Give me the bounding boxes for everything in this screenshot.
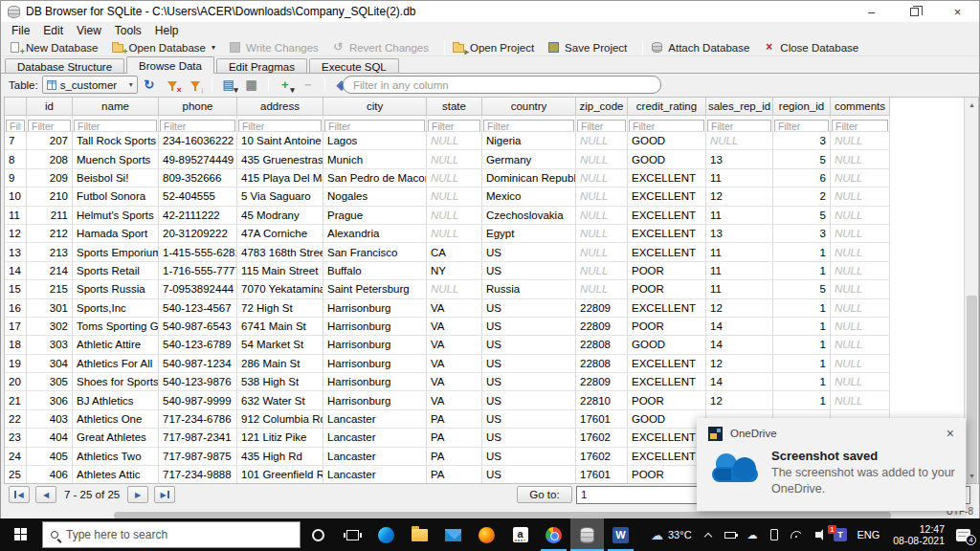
cell-phone[interactable]: 540-123-6789 bbox=[159, 336, 237, 354]
cell-id[interactable]: 209 bbox=[27, 169, 73, 187]
close-button[interactable]: × bbox=[936, 1, 979, 22]
first-page-button[interactable]: ◀ bbox=[9, 486, 30, 503]
cell-state[interactable]: NULL bbox=[427, 207, 482, 225]
cell-sales_rep_id[interactable]: 12 bbox=[706, 355, 773, 373]
filter-input-id[interactable] bbox=[28, 120, 71, 132]
print-icon[interactable]: ▦ bbox=[244, 77, 259, 93]
cell-sales_rep_id[interactable]: 12 bbox=[706, 299, 773, 318]
cell-id[interactable]: 306 bbox=[27, 391, 73, 409]
column-header-phone[interactable]: phone bbox=[159, 98, 237, 116]
action-center-button[interactable]: 4 bbox=[956, 529, 970, 541]
cell-city[interactable]: Harrisonburg bbox=[323, 318, 427, 336]
cell-phone[interactable]: 717-234-9888 bbox=[159, 466, 237, 483]
cell-city[interactable]: Harrisonburg bbox=[323, 391, 427, 409]
cell-region_id[interactable]: 1 bbox=[773, 299, 831, 318]
cell-zip_code[interactable]: 22808 bbox=[576, 355, 628, 373]
cell-region_id[interactable]: 1 bbox=[773, 318, 831, 336]
table-row[interactable]: 15215Sports Russia7-09538924447070 Yekat… bbox=[5, 280, 964, 298]
restore-button[interactable] bbox=[893, 1, 936, 22]
cell-state[interactable]: VA bbox=[427, 318, 482, 336]
minimize-button[interactable]: – bbox=[850, 1, 893, 22]
cell-name[interactable]: Beisbol Si! bbox=[73, 169, 159, 187]
cell-region_id[interactable]: 1 bbox=[773, 243, 831, 261]
cell-region_id[interactable]: 2 bbox=[773, 187, 831, 206]
cell-zip_code[interactable]: NULL bbox=[576, 262, 628, 280]
cell-zip_code[interactable]: NULL bbox=[576, 207, 628, 225]
tab-execute-sql[interactable]: Execute SQL bbox=[309, 58, 399, 74]
table-row[interactable]: 18303Athletic Attire540-123-678954 Marke… bbox=[5, 336, 964, 354]
save-project-button[interactable]: Save Project bbox=[547, 41, 627, 54]
cell-name[interactable]: Sports Retail bbox=[73, 262, 159, 280]
open-database-button[interactable]: +Open Database▾ bbox=[111, 41, 215, 54]
cell-name[interactable]: Athletic Attire bbox=[73, 336, 159, 354]
table-row[interactable]: 16301Sports,Inc540-123-456772 High StHar… bbox=[5, 299, 964, 318]
cell-state[interactable]: VA bbox=[427, 391, 482, 409]
refresh-icon[interactable]: ↻ bbox=[142, 77, 157, 93]
cell-state[interactable]: NULL bbox=[427, 280, 482, 298]
cell-zip_code[interactable]: 22810 bbox=[576, 391, 628, 409]
volume-icon[interactable] bbox=[810, 518, 826, 551]
cell-country[interactable]: US bbox=[482, 299, 576, 318]
column-header-region_id[interactable]: region_id bbox=[773, 98, 831, 116]
cell-name[interactable]: Muench Sports bbox=[73, 150, 159, 168]
insert-record-icon[interactable]: +▾ bbox=[278, 77, 293, 93]
cell-id[interactable]: 213 bbox=[27, 243, 73, 261]
table-row[interactable]: 9209Beisbol Si!809-352666415 Playa Del M… bbox=[5, 169, 964, 187]
column-header-address[interactable]: address bbox=[237, 98, 323, 116]
cell-credit_rating[interactable]: EXCELLENT bbox=[628, 243, 706, 261]
cell-id[interactable]: 210 bbox=[27, 187, 73, 206]
cell-state[interactable]: NULL bbox=[427, 225, 482, 243]
cell-comments[interactable]: NULL bbox=[831, 391, 890, 409]
cell-phone[interactable]: 809-352666 bbox=[159, 169, 237, 187]
cell-id[interactable]: 215 bbox=[27, 280, 73, 298]
cell-comments[interactable]: NULL bbox=[831, 318, 890, 336]
cell-state[interactable]: PA bbox=[427, 448, 482, 466]
cell-sales_rep_id[interactable]: 11 bbox=[706, 207, 773, 225]
taskbar-firefox[interactable] bbox=[470, 518, 503, 551]
cell-state[interactable]: PA bbox=[427, 466, 482, 483]
cell-state[interactable]: CA bbox=[427, 243, 482, 261]
cell-address[interactable]: 45 Modrany bbox=[237, 207, 323, 225]
next-page-button[interactable]: ▶ bbox=[127, 486, 148, 503]
cell-credit_rating[interactable]: GOOD bbox=[628, 150, 706, 168]
cell-address[interactable]: 10 Saint Antoine bbox=[237, 132, 323, 150]
cell-name[interactable]: Hamada Sport bbox=[73, 225, 159, 243]
cell-state[interactable]: NULL bbox=[427, 187, 482, 206]
filter-input-comments[interactable] bbox=[832, 120, 888, 132]
cell-state[interactable]: NULL bbox=[427, 132, 482, 150]
cell-phone[interactable]: 540-987-1234 bbox=[159, 355, 237, 373]
cell-state[interactable]: VA bbox=[427, 336, 482, 354]
cell-address[interactable]: 632 Water St bbox=[237, 391, 323, 409]
taskbar-mail[interactable] bbox=[436, 518, 470, 551]
new-database-button[interactable]: +New Database bbox=[9, 41, 98, 54]
cell-sales_rep_id[interactable]: 11 bbox=[706, 280, 773, 298]
cell-city[interactable]: Harrisonburg bbox=[323, 373, 427, 391]
clear-all-filters-icon[interactable]: × bbox=[165, 77, 180, 93]
cell-address[interactable]: 72 High St bbox=[237, 299, 323, 318]
scrollbar-thumb[interactable] bbox=[967, 296, 977, 484]
cell-city[interactable]: San Francisco bbox=[323, 243, 427, 261]
cell-phone[interactable]: 717-987-2341 bbox=[159, 429, 237, 447]
cell-country[interactable]: US bbox=[482, 262, 576, 280]
cell-name[interactable]: Athletics One bbox=[73, 410, 159, 429]
copy-record-icon[interactable]: ▤▾ bbox=[221, 77, 236, 93]
cell-name[interactable]: Athletics Two bbox=[73, 448, 159, 466]
cell-sales_rep_id[interactable]: 13 bbox=[706, 225, 773, 243]
table-row[interactable]: 10210Futbol Sonora52-4045555 Via Saguaro… bbox=[5, 187, 964, 206]
filter-input-rownum[interactable] bbox=[6, 120, 25, 132]
cell-credit_rating[interactable]: POOR bbox=[628, 466, 706, 483]
table-row[interactable]: 13213Sports Emporium1-415-555-62814783 1… bbox=[5, 243, 964, 261]
cell-country[interactable]: Germany bbox=[482, 150, 576, 168]
cell-credit_rating[interactable]: GOOD bbox=[628, 336, 706, 354]
filter-input-zip_code[interactable] bbox=[577, 120, 626, 132]
cell-id[interactable]: 207 bbox=[27, 132, 73, 150]
taskbar-explorer[interactable] bbox=[403, 518, 436, 551]
cell-address[interactable]: 54 Market St bbox=[237, 336, 323, 354]
tab-database-structure[interactable]: Database Structure bbox=[5, 58, 124, 74]
cell-id[interactable]: 404 bbox=[27, 429, 73, 447]
cell-country[interactable]: US bbox=[482, 466, 576, 483]
cell-region_id[interactable]: 6 bbox=[773, 169, 831, 187]
battery-icon[interactable] bbox=[722, 518, 738, 551]
cell-phone[interactable]: 1-415-555-6281 bbox=[159, 243, 237, 261]
your-phone-icon[interactable] bbox=[766, 518, 782, 551]
